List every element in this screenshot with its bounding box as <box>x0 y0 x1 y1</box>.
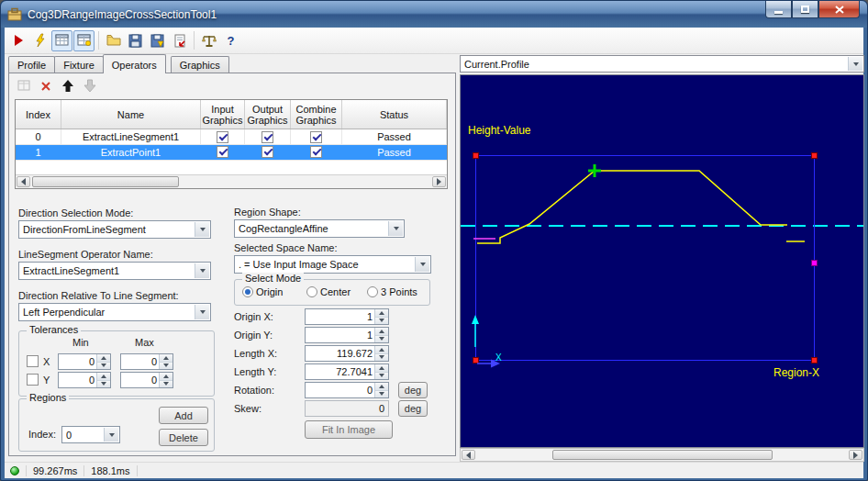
spin-down-button[interactable] <box>375 336 388 343</box>
help-button[interactable]: ? <box>220 30 241 51</box>
spin-up-button[interactable] <box>97 373 110 381</box>
tolerance-x-max-spinner[interactable]: 0 <box>120 353 173 370</box>
scroll-left-button[interactable] <box>462 450 475 460</box>
spin-down-button[interactable] <box>375 373 388 380</box>
spin-up-button[interactable] <box>160 373 172 381</box>
select-mode-origin[interactable]: Origin <box>242 286 283 297</box>
delete-operator-button[interactable] <box>37 77 55 95</box>
titlebar[interactable]: Cog3DRangeImageCrossSectionTool1 <box>1 1 867 28</box>
dropdown-button[interactable] <box>388 221 403 236</box>
delete-region-button[interactable]: Delete <box>159 429 208 446</box>
display-source-combo[interactable]: Current.Profile <box>460 55 864 73</box>
calibrate-button[interactable] <box>198 30 219 51</box>
table-row[interactable]: 0 ExtractLineSegment1 Passed <box>16 129 447 145</box>
region-corner-handle[interactable] <box>812 153 818 159</box>
tab-graphics[interactable]: Graphics <box>171 56 229 73</box>
column-header-status[interactable]: Status <box>342 100 447 129</box>
spin-up-button[interactable] <box>375 328 388 336</box>
image-horizontal-scrollbar[interactable] <box>460 448 864 462</box>
dropdown-button[interactable] <box>104 428 118 442</box>
output-graphics-checkbox[interactable] <box>262 131 273 143</box>
table-row[interactable]: 1 ExtractPoint1 Passed <box>16 145 447 161</box>
rotation-deg-button[interactable]: deg <box>398 382 428 398</box>
table-horizontal-scrollbar[interactable] <box>16 174 447 188</box>
dropdown-button[interactable] <box>195 222 209 237</box>
column-header-name[interactable]: Name <box>61 100 201 129</box>
minimize-button[interactable] <box>765 1 792 18</box>
input-graphics-checkbox[interactable] <box>217 131 228 143</box>
input-graphics-checkbox[interactable] <box>217 146 228 158</box>
dropdown-button[interactable] <box>415 257 429 272</box>
space-name-combo[interactable]: . = Use Input Image Space <box>234 255 431 274</box>
add-operator-button[interactable] <box>15 77 33 95</box>
region-rectangle[interactable] <box>476 156 815 361</box>
tolerance-x-min-spinner[interactable]: 0 <box>58 353 111 370</box>
tolerance-x-checkbox[interactable] <box>27 355 39 367</box>
region-shape-combo[interactable]: CogRectangleAffine <box>234 219 405 238</box>
trigger-button[interactable] <box>29 30 50 51</box>
column-header-input-graphics[interactable]: Input Graphics <box>201 100 245 129</box>
region-index-combo[interactable]: 0 <box>61 426 120 443</box>
column-header-output-graphics[interactable]: Output Graphics <box>245 100 291 129</box>
column-header-index[interactable]: Index <box>16 100 61 129</box>
dropdown-button[interactable] <box>195 305 209 319</box>
spin-down-button[interactable] <box>375 354 388 362</box>
spin-down-button[interactable] <box>375 318 388 325</box>
spin-down-button[interactable] <box>160 381 172 388</box>
three-points-radio[interactable] <box>367 286 378 297</box>
spin-up-button[interactable] <box>160 354 172 363</box>
tab-operators[interactable]: Operators <box>103 54 166 73</box>
close-button[interactable] <box>818 1 860 18</box>
scroll-left-button[interactable] <box>17 176 30 187</box>
tolerance-y-checkbox[interactable] <box>27 374 39 386</box>
save-button[interactable] <box>125 30 146 51</box>
scroll-right-button[interactable] <box>849 450 862 460</box>
column-header-combine-graphics[interactable]: Combine Graphics <box>291 100 342 129</box>
fit-in-image-button[interactable]: Fit In Image <box>305 420 393 439</box>
origin-x-spinner[interactable]: 1 <box>305 308 389 325</box>
results-grid-button[interactable] <box>51 30 72 51</box>
origin-radio[interactable] <box>242 286 253 297</box>
origin-y-spinner[interactable]: 1 <box>305 327 389 343</box>
move-up-button[interactable] <box>59 77 77 95</box>
spin-up-button[interactable] <box>375 364 388 373</box>
region-corner-handle[interactable] <box>473 153 479 159</box>
save-as-button[interactable] <box>147 30 168 51</box>
region-rotation-handle[interactable] <box>812 261 818 266</box>
rotation-spinner[interactable]: 0 <box>305 382 389 398</box>
scroll-right-button[interactable] <box>432 176 446 187</box>
spin-up-button[interactable] <box>97 354 110 363</box>
center-radio[interactable] <box>306 286 317 297</box>
spin-down-button[interactable] <box>160 363 172 370</box>
run-button[interactable] <box>7 30 28 51</box>
open-button[interactable] <box>103 30 124 51</box>
output-graphics-checkbox[interactable] <box>262 146 273 158</box>
scroll-thumb[interactable] <box>552 450 773 460</box>
length-y-spinner[interactable]: 72.7041 <box>305 364 389 380</box>
tolerance-y-max-spinner[interactable]: 0 <box>120 372 173 388</box>
tab-fixture[interactable]: Fixture <box>54 56 104 73</box>
spin-down-button[interactable] <box>375 391 388 398</box>
dropdown-button[interactable] <box>848 57 862 71</box>
add-region-button[interactable]: Add <box>159 407 208 424</box>
operator-name-combo[interactable]: ExtractLineSegment1 <box>18 262 211 280</box>
direction-mode-combo[interactable]: DirectionFromLineSegment <box>18 220 211 239</box>
length-x-spinner[interactable]: 119.672 <box>305 345 389 362</box>
combine-graphics-checkbox[interactable] <box>310 146 322 158</box>
region-corner-handle[interactable] <box>473 358 479 364</box>
skew-deg-button[interactable]: deg <box>398 400 428 417</box>
direction-relative-combo[interactable]: Left Perpendicular <box>18 303 211 321</box>
scroll-thumb[interactable] <box>32 176 179 187</box>
spin-up-button[interactable] <box>375 383 388 391</box>
select-mode-3points[interactable]: 3 Points <box>367 286 417 297</box>
dropdown-button[interactable] <box>195 263 209 278</box>
spin-down-button[interactable] <box>97 381 110 388</box>
move-down-button[interactable] <box>81 77 99 95</box>
spin-up-button[interactable] <box>375 309 388 318</box>
spin-up-button[interactable] <box>375 346 388 354</box>
combine-graphics-checkbox[interactable] <box>310 131 322 143</box>
tab-profile[interactable]: Profile <box>8 56 55 73</box>
select-mode-center[interactable]: Center <box>306 286 351 297</box>
profile-image-display[interactable]: Height-Value X Region-X <box>460 74 864 448</box>
tolerance-y-min-spinner[interactable]: 0 <box>58 372 111 388</box>
